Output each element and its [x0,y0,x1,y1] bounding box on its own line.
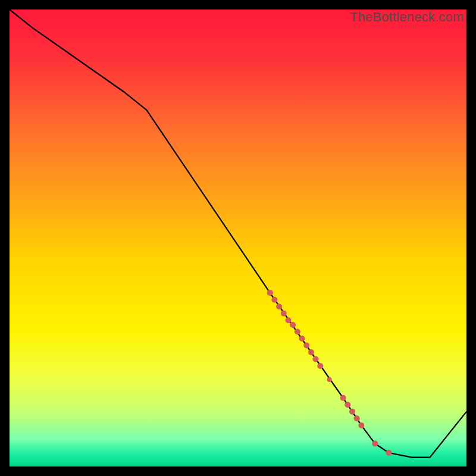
scatter-point [290,322,296,328]
scatter-point [267,290,273,296]
scatter-point [281,311,287,317]
chart-svg [10,10,466,466]
scatter-point [299,336,305,342]
scatter-point [386,450,392,456]
gradient-background [10,10,466,466]
scatter-point [285,317,291,323]
scatter-point [354,415,360,421]
scatter-point [372,441,378,447]
scatter-point [313,356,319,362]
chart-frame: TheBottleneck.com [10,10,466,466]
scatter-point [345,402,350,408]
scatter-point [276,303,282,309]
scatter-point [317,363,323,369]
scatter-point [308,349,314,355]
scatter-point [349,409,355,415]
scatter-point [303,342,309,348]
watermark-text: TheBottleneck.com [350,10,464,25]
scatter-point [295,328,300,334]
scatter-point [358,422,364,428]
scatter-point [327,377,332,382]
plot-area: TheBottleneck.com [10,10,466,466]
scatter-point [271,297,277,303]
scatter-point [340,395,346,401]
